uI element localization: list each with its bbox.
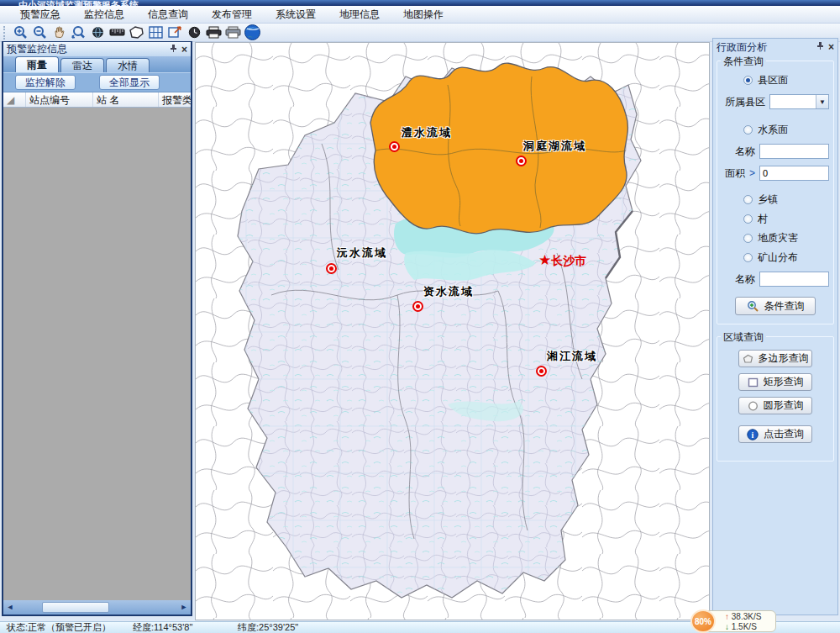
pan-hand-icon[interactable] <box>50 24 67 41</box>
polygon-query-button[interactable]: 多边形查询 <box>738 350 812 367</box>
left-panel-buttons: 监控解除 全部显示 <box>3 72 191 92</box>
rectangle-icon <box>748 377 759 388</box>
chevron-down-icon[interactable]: ▼ <box>816 95 828 108</box>
globe-small-icon[interactable] <box>89 24 106 41</box>
station-table-header: ◢ 站点编号 站 名 报警类别 <box>3 92 191 108</box>
download-arrow-icon: ↓ <box>725 622 729 631</box>
radio-county-area[interactable]: 县区面 <box>743 73 829 87</box>
radio-icon[interactable] <box>743 125 753 135</box>
history-clock-icon[interactable] <box>186 24 202 41</box>
tab-water-level[interactable]: 水情 <box>106 58 150 72</box>
basin-label-lishui: 澧水流域 <box>402 125 452 140</box>
tab-radar[interactable]: 雷达 <box>60 58 104 72</box>
left-panel-title: 预警监控信息 <box>7 42 170 56</box>
condition-group-title: 条件查询 <box>721 55 766 69</box>
area-operator: > <box>749 167 755 179</box>
col-alarm-type[interactable]: 报警类别 <box>159 92 191 107</box>
network-speed-widget[interactable]: ↑ 38.3K/S ↓ 1.5K/S 80% <box>690 609 783 633</box>
tab-rainfall[interactable]: 雨量 <box>15 56 59 72</box>
col-station-id[interactable]: 站点编号 <box>26 92 93 107</box>
station-table-body[interactable] <box>3 108 191 600</box>
circle-query-button[interactable]: 圆形查询 <box>738 397 812 414</box>
left-panel-titlebar: 预警监控信息 × <box>3 42 191 56</box>
upload-arrow-icon: ↑ <box>725 612 729 621</box>
close-icon[interactable]: × <box>828 41 834 53</box>
grid-layers-icon[interactable] <box>147 24 164 41</box>
radio-mine-distribution[interactable]: 矿山分布 <box>743 251 829 265</box>
print-icon[interactable] <box>205 24 222 41</box>
menu-geo-info[interactable]: 地理信息 <box>328 6 391 24</box>
sort-triangle-icon[interactable]: ◢ <box>3 92 26 107</box>
radio-water-system[interactable]: 水系面 <box>743 123 829 137</box>
radio-icon[interactable] <box>743 214 753 224</box>
polygon-select-icon[interactable] <box>128 24 144 41</box>
radio-village[interactable]: 村 <box>743 212 829 226</box>
zoom-out-icon[interactable] <box>31 24 48 41</box>
zoom-in-icon[interactable] <box>12 24 29 41</box>
print-preview-icon[interactable] <box>224 24 241 41</box>
station-marker-dongting[interactable] <box>516 156 527 166</box>
menu-monitor-info[interactable]: 监控信息 <box>72 6 136 24</box>
polygon-icon <box>743 354 753 364</box>
radio-icon[interactable] <box>743 76 753 85</box>
menu-info-query[interactable]: 信息查询 <box>136 6 200 24</box>
toolbar-grip <box>3 26 7 40</box>
usage-percent-badge[interactable]: 80% <box>690 609 716 633</box>
download-speed: 1.5K/S <box>732 622 757 631</box>
monitor-release-button[interactable]: 监控解除 <box>15 75 76 90</box>
export-icon[interactable] <box>166 24 183 41</box>
svg-text:i: i <box>752 430 754 439</box>
longitude-readout: 经度:114°53'8" <box>126 621 231 633</box>
station-marker-lishui[interactable] <box>389 141 400 152</box>
pin-icon[interactable] <box>170 44 177 55</box>
menu-bar: 预警应急 监控信息 信息查询 发布管理 系统设置 地理信息 地图操作 <box>0 6 840 24</box>
admin-analysis-panel: 行政面分析 × 条件查询 县区面 所属县区 ▼ 水系面 <box>712 38 838 615</box>
basin-label-zishui: 资水流域 <box>423 284 474 299</box>
feature-name-input[interactable] <box>759 272 829 287</box>
station-marker-yuanshui[interactable] <box>326 263 337 274</box>
col-station-name[interactable]: 站 名 <box>93 92 159 107</box>
station-marker-xiangjiang[interactable] <box>536 366 547 377</box>
name-label: 名称 <box>735 145 755 159</box>
measure-ruler-icon[interactable] <box>108 24 125 41</box>
latitude-readout: 纬度:25°39'25" <box>231 621 305 633</box>
application-window: 中小河流域监测预警服务系统 预警应急 监控信息 信息查询 发布管理 系统设置 地… <box>0 0 840 633</box>
scroll-left-icon[interactable]: ◄ <box>3 601 17 614</box>
info-icon: i <box>747 429 759 440</box>
scrollbar-thumb[interactable] <box>42 602 109 613</box>
area-value-input[interactable] <box>759 166 829 181</box>
region-query-group: 区域查询 多边形查询 矩形查询 圆形查询 <box>717 336 834 462</box>
condition-query-button[interactable]: 条件查询 <box>735 297 816 315</box>
radio-icon[interactable] <box>743 253 753 262</box>
click-query-button[interactable]: i 点击查询 <box>738 425 812 443</box>
status-text: 状态:正常（预警已开启） <box>0 621 126 633</box>
region-group-title: 区域查询 <box>721 330 766 345</box>
close-icon[interactable]: × <box>181 44 187 55</box>
circle-icon <box>748 401 759 411</box>
show-all-button[interactable]: 全部显示 <box>99 75 160 90</box>
right-panel-title: 行政面分析 <box>717 40 816 55</box>
radio-icon[interactable] <box>743 234 753 243</box>
map-viewport[interactable]: 澧水流域 洞庭湖流域 沅水流域 资水流域 湘江流域 ★长沙市 <box>195 42 710 620</box>
pin-icon[interactable] <box>816 41 824 53</box>
condition-query-group: 条件查询 县区面 所属县区 ▼ 水系面 名称 面积 <box>717 61 834 324</box>
menu-system-settings[interactable]: 系统设置 <box>264 6 328 24</box>
menu-publish-manage[interactable]: 发布管理 <box>200 6 264 24</box>
scroll-right-icon[interactable]: ► <box>177 601 191 614</box>
water-name-input[interactable] <box>759 144 829 159</box>
menu-warning-emergency[interactable]: 预警应急 <box>8 6 72 24</box>
radio-icon[interactable] <box>743 195 753 204</box>
basin-label-xiangjiang: 湘江流域 <box>547 349 597 364</box>
rectangle-query-button[interactable]: 矩形查询 <box>738 373 812 391</box>
radio-town[interactable]: 乡镇 <box>743 193 829 207</box>
station-marker-zishui[interactable] <box>412 301 423 312</box>
name-label: 名称 <box>735 272 755 287</box>
city-label-changsha: ★长沙市 <box>538 251 586 269</box>
zoom-previous-icon[interactable] <box>70 24 87 41</box>
county-select[interactable]: ▼ <box>769 94 829 109</box>
menu-map-operations[interactable]: 地图操作 <box>391 6 455 24</box>
browser-globe-icon[interactable] <box>244 24 260 41</box>
city-star-icon: ★ <box>538 252 551 268</box>
horizontal-scrollbar[interactable]: ◄ ► <box>3 600 191 615</box>
radio-geo-disaster[interactable]: 地质灾害 <box>743 231 829 245</box>
